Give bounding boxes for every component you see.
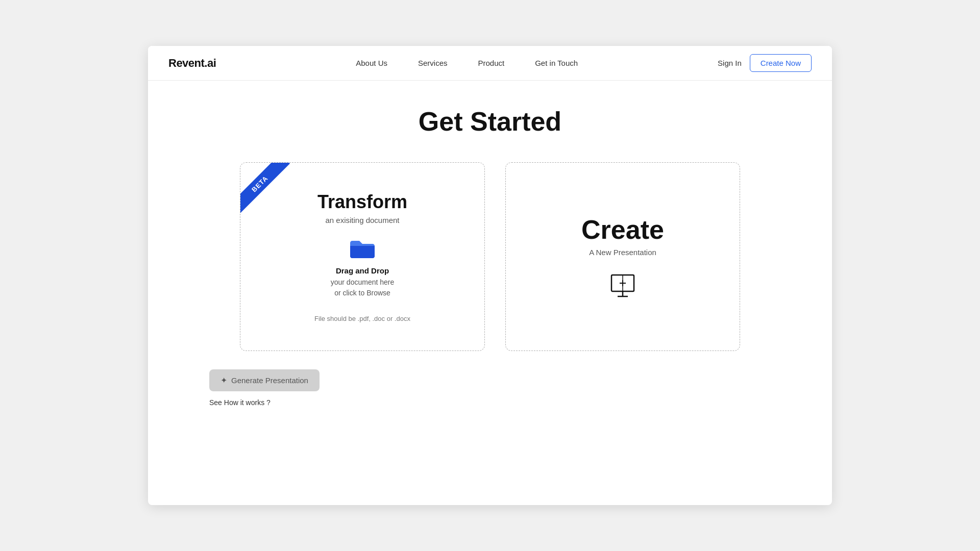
transform-title: Transform xyxy=(317,191,407,213)
nav-about-us[interactable]: About Us xyxy=(356,59,387,67)
spark-icon: ✦ xyxy=(220,375,227,385)
main-content: Get Started BETA Transform an exisiting … xyxy=(148,81,832,437)
logo[interactable]: Revent.ai xyxy=(168,57,216,70)
nav-actions: Sign In Create Now xyxy=(718,54,812,72)
folder-icon xyxy=(349,239,376,259)
transform-subtitle: an exisiting document xyxy=(325,216,399,224)
create-subtitle: A New Presentation xyxy=(589,248,656,257)
transform-card[interactable]: BETA Transform an exisiting document Dra… xyxy=(240,162,485,351)
create-title: Create xyxy=(581,214,664,245)
drag-drop-sub1: your document here or click to Browse xyxy=(331,277,395,298)
see-how-link[interactable]: See How it works ? xyxy=(209,398,271,407)
nav-get-in-touch[interactable]: Get in Touch xyxy=(535,59,578,67)
navbar: Revent.ai About Us Services Product Get … xyxy=(148,46,832,81)
page-wrapper: Revent.ai About Us Services Product Get … xyxy=(148,46,832,505)
cards-row: BETA Transform an exisiting document Dra… xyxy=(179,162,801,351)
sign-in-button[interactable]: Sign In xyxy=(718,59,742,67)
nav-links: About Us Services Product Get in Touch xyxy=(356,59,578,67)
upload-icon-area: Drag and Drop your document here or clic… xyxy=(331,239,395,298)
presentation-icon xyxy=(609,273,636,299)
drag-drop-title: Drag and Drop xyxy=(336,266,389,275)
generate-presentation-button[interactable]: ✦ Generate Presentation xyxy=(209,369,320,391)
nav-product[interactable]: Product xyxy=(478,59,505,67)
nav-services[interactable]: Services xyxy=(418,59,448,67)
page-title: Get Started xyxy=(179,106,801,137)
bottom-area: ✦ Generate Presentation See How it works… xyxy=(179,369,801,407)
beta-ribbon: BETA xyxy=(240,163,307,229)
create-now-button[interactable]: Create Now xyxy=(750,54,812,72)
create-card[interactable]: Create A New Presentation xyxy=(505,162,740,351)
beta-label: BETA xyxy=(240,163,290,214)
file-types-label: File should be .pdf, .doc or .docx xyxy=(314,315,410,322)
